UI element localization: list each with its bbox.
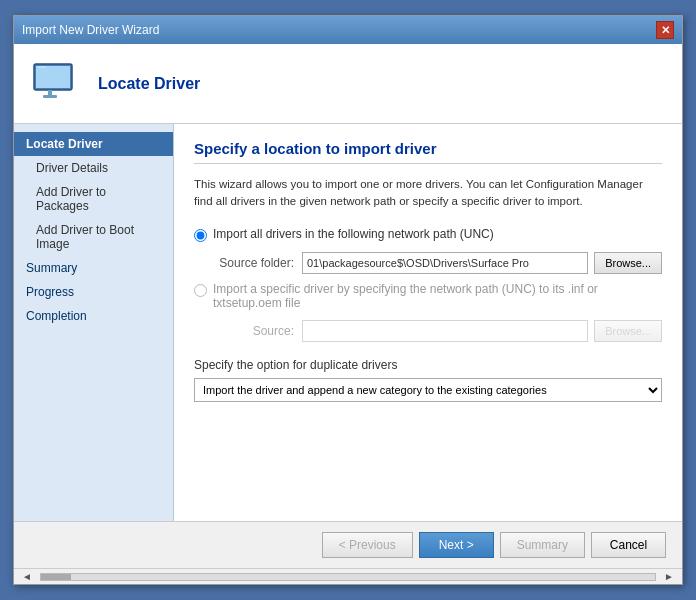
duplicate-label: Specify the option for duplicate drivers — [194, 358, 662, 372]
previous-button[interactable]: < Previous — [322, 532, 413, 558]
sidebar-item-locate-driver[interactable]: Locate Driver — [14, 132, 173, 156]
option1-radio[interactable] — [194, 229, 207, 242]
sidebar-item-add-driver-packages[interactable]: Add Driver to Packages — [14, 180, 173, 218]
sidebar-item-progress[interactable]: Progress — [14, 280, 173, 304]
option2-row: Import a specific driver by specifying t… — [194, 282, 662, 310]
next-button[interactable]: Next > — [419, 532, 494, 558]
sidebar-item-completion[interactable]: Completion — [14, 304, 173, 328]
browse2-button: Browse... — [594, 320, 662, 342]
bottom-scrollbar: ◄ ► — [14, 568, 682, 584]
source-folder-row: Source folder: Browse... — [214, 252, 662, 274]
sidebar-item-driver-details[interactable]: Driver Details — [14, 156, 173, 180]
main-content: Specify a location to import driver This… — [174, 124, 682, 521]
sidebar: Locate Driver Driver Details Add Driver … — [14, 124, 174, 521]
scroll-right-arrow[interactable]: ► — [660, 571, 678, 582]
duplicate-select[interactable]: Import the driver and append a new categ… — [194, 378, 662, 402]
close-button[interactable]: ✕ — [656, 21, 674, 39]
option1-row: Import all drivers in the following netw… — [194, 227, 662, 242]
svg-rect-3 — [43, 95, 57, 98]
scroll-left-arrow[interactable]: ◄ — [18, 571, 36, 582]
source-folder-label: Source folder: — [214, 256, 294, 270]
cancel-button[interactable]: Cancel — [591, 532, 666, 558]
title-bar: Import New Driver Wizard ✕ — [14, 16, 682, 44]
duplicate-section: Specify the option for duplicate drivers… — [194, 358, 662, 402]
sidebar-item-add-driver-boot[interactable]: Add Driver to Boot Image — [14, 218, 173, 256]
section-title: Specify a location to import driver — [194, 140, 662, 164]
scroll-thumb[interactable] — [41, 574, 71, 580]
scroll-track[interactable] — [40, 573, 656, 581]
wizard-footer: < Previous Next > Summary Cancel — [14, 521, 682, 568]
source-input — [302, 320, 588, 342]
wizard-window: Import New Driver Wizard ✕ Locate Driver… — [13, 15, 683, 585]
option2-label[interactable]: Import a specific driver by specifying t… — [213, 282, 662, 310]
summary-button[interactable]: Summary — [500, 532, 585, 558]
wizard-body: Locate Driver Driver Details Add Driver … — [14, 124, 682, 521]
description-text: This wizard allows you to import one or … — [194, 176, 662, 211]
browse1-button[interactable]: Browse... — [594, 252, 662, 274]
option1-label[interactable]: Import all drivers in the following netw… — [213, 227, 494, 241]
svg-rect-1 — [36, 66, 70, 88]
source-folder-input[interactable] — [302, 252, 588, 274]
computer-icon — [28, 56, 84, 112]
option2-radio[interactable] — [194, 284, 207, 297]
svg-rect-2 — [48, 90, 52, 95]
source-label: Source: — [214, 324, 294, 338]
wizard-header: Locate Driver — [14, 44, 682, 124]
window-title: Import New Driver Wizard — [22, 23, 159, 37]
header-title: Locate Driver — [98, 75, 200, 93]
source-row: Source: Browse... — [214, 320, 662, 342]
sidebar-item-summary[interactable]: Summary — [14, 256, 173, 280]
